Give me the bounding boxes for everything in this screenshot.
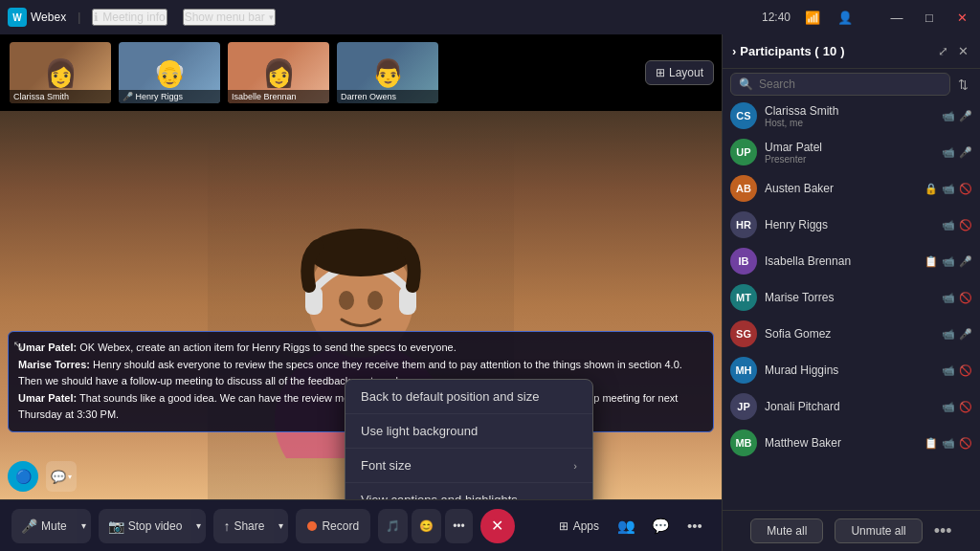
show-menu-label: Show menu bar (185, 11, 265, 24)
panel-footer: Mute all Unmute all ••• (723, 510, 980, 551)
close-icon: ✕ (957, 11, 968, 25)
ctx-item-light-background[interactable]: Use light background (345, 414, 592, 449)
participant-video-icon-matthew: 📹 (942, 437, 955, 450)
more-button[interactable]: ••• (445, 509, 473, 543)
participant-item-clarissa[interactable]: CS Clarissa Smith Host, me 📹 🎤 (723, 98, 980, 134)
participant-name-austen: Austen Baker (765, 182, 917, 195)
participant-video-icon-austen: 📹 (942, 183, 955, 195)
share-caret[interactable]: ▾ (274, 509, 288, 543)
ctx-item-default-position[interactable]: Back to default position and size (345, 380, 592, 414)
caption-speaker-1: Umar Patel: (18, 342, 77, 353)
ctx-arrow-font-size: › (573, 460, 577, 472)
participant-video-icon-jonali: 📹 (942, 401, 955, 413)
stop-video-caret-icon: ▾ (196, 520, 201, 531)
ctx-item-font-size[interactable]: Font size › (345, 449, 592, 483)
end-call-button[interactable]: ✕ (480, 509, 515, 543)
participant-mic-icon-matthew: 🚫 (959, 437, 972, 450)
stop-video-button[interactable]: 📷 Stop video (99, 509, 192, 543)
app-name: Webex (31, 11, 66, 24)
stop-video-caret[interactable]: ▾ (191, 509, 206, 543)
avatar-matthew: MB (730, 430, 757, 456)
show-menu-button[interactable]: Show menu bar ▾ (183, 9, 276, 26)
participant-item-isabella[interactable]: IB Isabella Brennan 📋 📹 🎤 (723, 243, 980, 279)
people-icon: 👥 (617, 518, 635, 535)
mute-caret[interactable]: ▾ (77, 509, 91, 543)
meeting-info-button[interactable]: ℹ Meeting info (92, 9, 167, 26)
thumbnail-isabelle[interactable]: 👩 Isabelle Brennan (226, 40, 331, 105)
maximize-icon: □ (925, 11, 933, 25)
network-icon[interactable]: 📶 (802, 7, 823, 28)
participant-name-umar: Umar Patel (765, 141, 934, 154)
panel-popout-button[interactable]: ⤢ (936, 42, 950, 60)
participant-info-jonali: Jonali Pitchard (765, 400, 934, 413)
thumbnail-darren[interactable]: 👨 Darren Owens (335, 40, 440, 105)
participant-info-marise: Marise Torres (765, 291, 934, 304)
participant-video-icon-murad: 📹 (942, 364, 955, 377)
close-button[interactable]: ✕ (951, 7, 972, 28)
svg-point-5 (368, 291, 383, 310)
maximize-button[interactable]: □ (919, 7, 940, 28)
participant-item-murad[interactable]: MH Murad Higgins 📹 🚫 (723, 352, 980, 388)
participant-item-austen[interactable]: AB Austen Baker 🔒 📹 🚫 (723, 170, 980, 207)
chat-button[interactable]: 💬 (645, 511, 676, 541)
avatar-jonali: JP (730, 393, 757, 420)
share-button[interactable]: ↑ Share (213, 509, 274, 543)
avatar-henry: HR (730, 211, 757, 238)
minimize-button[interactable]: — (886, 7, 907, 28)
title-bar: W Webex | ℹ Meeting info Show menu bar ▾… (0, 0, 980, 34)
participant-item-umar[interactable]: UP Umar Patel Presenter 📹 🎤 (723, 134, 980, 170)
main-area: 👩 Clarissa Smith 👴 🎤 Henry Riggs 👩 Isabe… (0, 34, 980, 551)
participant-name-sofia: Sofia Gomez (765, 327, 934, 341)
participant-name-matthew: Matthew Baker (765, 436, 917, 450)
search-input[interactable] (759, 77, 942, 91)
participant-icon-button[interactable]: 👥 (611, 511, 641, 541)
share-group: ↑ Share ▾ (213, 509, 288, 543)
participant-item-henry[interactable]: HR Henry Riggs 📹 🚫 (723, 207, 980, 243)
thumbnail-henry[interactable]: 👴 🎤 Henry Riggs (117, 40, 222, 105)
participant-icons-austen: 🔒 📹 🚫 (924, 183, 972, 195)
ctx-item-view-captions[interactable]: View captions and highlights (345, 483, 592, 499)
clock: 12:40 (762, 11, 791, 24)
participants-title-close: ) (840, 44, 844, 58)
app-logo: W Webex (8, 8, 66, 27)
search-box[interactable]: 🔍 (730, 73, 950, 96)
end-call-icon: ✕ (491, 517, 503, 535)
participant-role-clarissa: Host, me (765, 118, 934, 128)
participant-note-icon-isabella: 📋 (924, 255, 938, 268)
participant-note-icon-matthew: 📋 (924, 437, 938, 450)
apps-button[interactable]: ⊞ Apps (551, 509, 607, 543)
participant-video-icon-umar: 📹 (942, 146, 955, 159)
participant-item-jonali[interactable]: JP Jonali Pitchard 📹 🚫 (723, 388, 980, 425)
mute-all-button[interactable]: Mute all (750, 518, 823, 543)
record-button[interactable]: Record (296, 509, 370, 543)
mute-button[interactable]: 🎤 Mute (11, 509, 77, 543)
layout-button[interactable]: ⊞ Layout (645, 60, 714, 85)
caption-text-1: OK Webex, create an action item for Henr… (79, 342, 457, 353)
reactions-button[interactable]: 😊 (412, 509, 441, 543)
participant-video-icon-henry: 📹 (942, 219, 955, 231)
panel-footer-more-button[interactable]: ••• (934, 518, 952, 543)
participant-item-matthew[interactable]: MB Matthew Baker 📋 📹 🚫 (723, 425, 980, 461)
resize-handle[interactable]: ⤡ (12, 336, 24, 356)
chat-icon-button[interactable]: 💬 ▾ (46, 461, 77, 492)
thumbnail-clarissa[interactable]: 👩 Clarissa Smith (8, 40, 113, 105)
panel-header: › Participants (10) ⤢ ✕ (723, 34, 980, 69)
panel-close-button[interactable]: ✕ (956, 42, 970, 60)
unmute-all-button[interactable]: Unmute all (835, 518, 922, 543)
participant-info-matthew: Matthew Baker (765, 436, 917, 450)
effects-button[interactable]: 🎵 (378, 509, 408, 543)
avatar-icon[interactable]: 👤 (835, 7, 856, 28)
sort-button[interactable]: ⇅ (954, 74, 972, 96)
ai-assistant-icon[interactable]: 🔵 (8, 461, 38, 492)
record-dot-icon (307, 521, 317, 531)
svg-point-4 (339, 291, 354, 310)
participant-item-marise[interactable]: MT Marise Torres 📹 🚫 (723, 279, 980, 316)
participant-info-austen: Austen Baker (765, 182, 917, 195)
more-icon: ••• (453, 519, 465, 533)
video-container: 👩 Clarissa Smith 👴 🎤 Henry Riggs 👩 Isabe… (0, 34, 722, 551)
participant-item-sofia[interactable]: SG Sofia Gomez 📹 🎤 (723, 316, 980, 352)
participant-video-icon-isabella: 📹 (942, 255, 955, 268)
title-separator: | (78, 11, 80, 24)
toolbar-more-button[interactable]: ••• (679, 511, 710, 541)
participant-mic-icon-austen: 🚫 (959, 183, 972, 195)
